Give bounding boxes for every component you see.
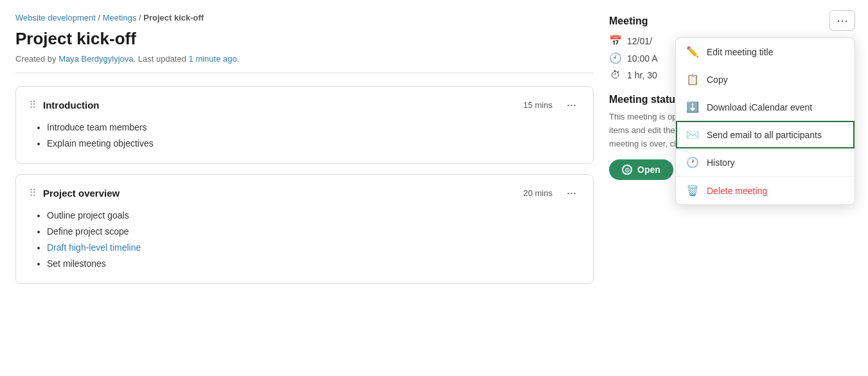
main-content: Website development / Meetings / Project… <box>15 13 594 363</box>
clock-icon: 🕙 <box>609 52 622 64</box>
list-item: Draft high-level timeline <box>47 241 580 255</box>
agenda-section-1: ⠿ Introduction 15 mins ··· Introduce tea… <box>15 86 594 164</box>
list-item: Introduce team members <box>47 121 580 134</box>
calendar-icon: 📅 <box>609 35 622 47</box>
agenda-title-row-1: ⠿ Introduction <box>29 99 99 111</box>
dropdown-item-edit[interactable]: ✏️ Edit meeting title <box>676 38 855 66</box>
dropdown-item-email[interactable]: ✉️ Send email to all participants <box>676 121 855 148</box>
agenda-time-2: 20 mins <box>523 188 553 198</box>
dropdown-item-delete[interactable]: 🗑️ Delete meeting <box>676 177 855 204</box>
meeting-duration: 1 hr, 30 <box>627 70 657 80</box>
list-item: Outline project goals <box>47 209 580 222</box>
list-item: Set milestones <box>47 257 580 271</box>
agenda-title-1: Introduction <box>43 100 99 111</box>
dropdown-menu: ✏️ Edit meeting title 📋 Copy ⬇️ Download… <box>675 37 855 205</box>
dropdown-item-history[interactable]: 🕐 History <box>676 148 855 176</box>
breadcrumb-current: Project kick-off <box>143 13 204 22</box>
open-btn-icon: ⊙ <box>622 165 632 175</box>
timeline-link[interactable]: Draft high-level timeline <box>47 242 141 253</box>
list-item: Explain meeting objectives <box>47 137 580 150</box>
dropdown-label-delete: Delete meeting <box>707 186 767 196</box>
agenda-meta-1: 15 mins ··· <box>523 97 580 113</box>
breadcrumb-website-development[interactable]: Website development <box>15 13 96 22</box>
meeting-info-title: Meeting <box>609 15 802 27</box>
breadcrumb: Website development / Meetings / Project… <box>15 13 594 22</box>
dropdown-label-download: Download iCalendar event <box>707 102 812 112</box>
dropdown-label-email: Send email to all participants <box>707 130 822 140</box>
drag-handle-1[interactable]: ⠿ <box>29 99 37 111</box>
agenda-more-btn-2[interactable]: ··· <box>563 185 580 201</box>
top-right-more-button[interactable]: ⋯ <box>829 10 855 31</box>
agenda-time-1: 15 mins <box>523 100 553 110</box>
updated-text: . Last updated <box>134 54 189 64</box>
agenda-more-btn-1[interactable]: ··· <box>563 97 580 113</box>
author-link[interactable]: Maya Berdygylyjova <box>58 54 133 64</box>
drag-handle-2[interactable]: ⠿ <box>29 187 37 199</box>
meeting-time: 10:00 A <box>627 53 658 64</box>
edit-icon: ✏️ <box>686 46 699 58</box>
list-item: Define project scope <box>47 225 580 238</box>
agenda-header-1: ⠿ Introduction 15 mins ··· <box>29 97 580 113</box>
created-by-prefix: Created by <box>15 54 58 64</box>
dropdown-item-copy[interactable]: 📋 Copy <box>676 66 855 93</box>
created-by-line: Created by Maya Berdygylyjova. Last upda… <box>15 54 594 73</box>
updated-time-link[interactable]: 1 minute ago <box>189 54 237 64</box>
dropdown-label-history: History <box>707 157 735 168</box>
agenda-items-2: Outline project goals Define project sco… <box>29 209 580 271</box>
dropdown-label-edit: Edit meeting title <box>707 47 774 57</box>
history-icon: 🕐 <box>686 156 699 168</box>
download-icon: ⬇️ <box>686 101 699 113</box>
breadcrumb-meetings[interactable]: Meetings <box>103 13 137 22</box>
breadcrumb-sep-1: / <box>98 13 102 22</box>
stopwatch-icon: ⏱ <box>609 69 622 81</box>
copy-icon: 📋 <box>686 73 699 85</box>
agenda-section-2: ⠿ Project overview 20 mins ··· Outline p… <box>15 174 594 284</box>
agenda-header-2: ⠿ Project overview 20 mins ··· <box>29 185 580 201</box>
dropdown-item-download[interactable]: ⬇️ Download iCalendar event <box>676 93 855 121</box>
dropdown-label-copy: Copy <box>707 75 728 85</box>
updated-suffix: . <box>237 54 240 64</box>
agenda-title-2: Project overview <box>43 188 120 199</box>
agenda-meta-2: 20 mins ··· <box>523 185 580 201</box>
agenda-title-row-2: ⠿ Project overview <box>29 187 120 199</box>
page-title: Project kick-off <box>15 29 594 49</box>
open-btn-label: Open <box>637 165 660 175</box>
email-icon: ✉️ <box>686 129 699 141</box>
meeting-date: 12/01/ <box>627 36 652 46</box>
open-button[interactable]: ⊙ Open <box>609 159 673 180</box>
page-container: Website development / Meetings / Project… <box>0 0 868 376</box>
delete-icon: 🗑️ <box>686 184 699 197</box>
agenda-items-1: Introduce team members Explain meeting o… <box>29 121 580 150</box>
